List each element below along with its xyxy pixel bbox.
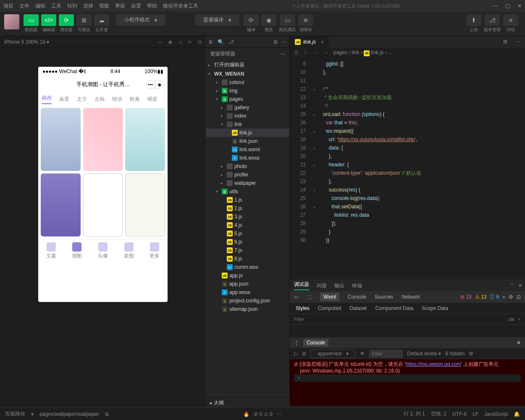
detail-button[interactable]: ≡详情	[503, 14, 518, 33]
compile-button[interactable]: ⟳编译	[244, 14, 259, 33]
grid-item[interactable]	[41, 173, 81, 236]
tree-item[interactable]: JS2.js	[206, 204, 289, 213]
gear-icon[interactable]: ⚙	[509, 294, 513, 300]
category-tab[interactable]: 插画	[42, 94, 52, 104]
tree-item[interactable]: ▸▦img	[206, 87, 289, 95]
tree-item[interactable]: ▸index	[206, 112, 289, 120]
menu-item[interactable]: 设置	[131, 3, 141, 10]
menu-item[interactable]: 编辑	[35, 3, 45, 10]
devtools-tab[interactable]: 终端	[352, 282, 362, 289]
bottom-nav-item[interactable]: 套图	[124, 242, 134, 260]
cls-toggle[interactable]: .cls	[507, 317, 514, 322]
tree-item[interactable]: <>comm.wxs	[206, 263, 289, 271]
add-icon[interactable]: +	[518, 316, 521, 322]
grid-item[interactable]	[83, 108, 123, 171]
file-tab[interactable]: JS link.js ×	[290, 36, 329, 48]
hot-reload-icon[interactable]: 🔥	[243, 411, 249, 417]
tree-item[interactable]: ▸colorui	[206, 78, 289, 87]
device-icon[interactable]: ▭	[158, 39, 162, 45]
tree-item[interactable]: ▸wallpaper	[206, 179, 289, 187]
devtools-tab[interactable]: 调试器	[294, 281, 309, 290]
close-tab-icon[interactable]: ×	[321, 39, 324, 45]
devtools-panel-tab[interactable]: Console	[348, 294, 366, 300]
mute-icon[interactable]: ◁	[178, 39, 182, 45]
menu-item[interactable]: 选择	[83, 3, 93, 10]
bottom-nav-item[interactable]: 文案	[46, 242, 56, 260]
devtools-panel-tab[interactable]: Sources	[375, 294, 393, 300]
tree-item[interactable]: ▸gallery	[206, 103, 289, 112]
tree-item[interactable]: JSlink.js	[206, 129, 289, 137]
files-icon[interactable]: 🗎	[208, 39, 213, 45]
bottom-nav-item[interactable]: 更多	[150, 242, 160, 260]
styles-tab[interactable]: Scope Data	[422, 305, 448, 311]
tree-item[interactable]: {}sitemap.json	[206, 305, 289, 313]
popout-icon[interactable]: ⧉	[198, 39, 202, 45]
close-icon[interactable]: ✕	[518, 283, 522, 289]
devtools-tab[interactable]: 问题	[317, 282, 327, 289]
more-editor-icon[interactable]: ⋯	[512, 36, 525, 48]
clear-cache-button[interactable]: ≋清缓存	[298, 14, 313, 33]
tree-item[interactable]: {}link.json	[206, 137, 289, 145]
code-editor[interactable]: 9101112131415161718192021222324252627282…	[290, 58, 525, 280]
context-select[interactable]: appservice ▾	[310, 349, 356, 358]
menu-item[interactable]: 项目	[3, 3, 13, 10]
opened-editors[interactable]: ▸打开的编辑器	[206, 60, 289, 70]
capsule-menu-icon[interactable]: •••	[146, 80, 155, 89]
menu-item[interactable]: 工具	[51, 3, 61, 10]
grid-item[interactable]	[125, 173, 165, 236]
cut-icon[interactable]: ✂	[188, 39, 192, 45]
styles-tab[interactable]: Styles	[296, 305, 310, 311]
more-icon[interactable]: ⋮	[294, 340, 299, 346]
bottom-nav-item[interactable]: 潮图	[72, 242, 82, 260]
eye-icon[interactable]: 👁	[360, 351, 365, 357]
tree-item[interactable]: ▸photo	[206, 162, 289, 171]
split-icon[interactable]: ⊞	[273, 39, 278, 45]
record-icon[interactable]: ◉	[168, 39, 172, 45]
menu-item[interactable]: 帮助	[147, 3, 157, 10]
gear-icon[interactable]: ⚙	[469, 351, 473, 357]
mode-select[interactable]: 小程序模式▾	[116, 14, 165, 26]
tree-item[interactable]: {}project.config.json	[206, 297, 289, 305]
list-icon[interactable]: ☰	[294, 50, 299, 56]
more-icon[interactable]: »	[502, 294, 505, 300]
menu-item[interactable]: 微信开发者工具	[163, 3, 198, 10]
tree-item[interactable]: JS4.js	[206, 221, 289, 229]
filter-input[interactable]	[294, 317, 505, 322]
category-tab[interactable]: 风景	[59, 96, 69, 103]
more-icon[interactable]: ⋯	[280, 51, 285, 57]
visual-button[interactable]: ⊞可视化	[76, 14, 92, 33]
more-icon[interactable]: ⋯	[277, 411, 282, 417]
tree-item[interactable]: {}app.json	[206, 280, 289, 288]
category-tab[interactable]: 古风	[94, 96, 105, 103]
grid-item[interactable]	[125, 108, 165, 171]
category-tab[interactable]: 欧美	[130, 96, 140, 103]
category-tab[interactable]: 明星	[147, 96, 158, 103]
inspect-icon[interactable]: ⬚	[307, 294, 312, 300]
avatar[interactable]	[4, 14, 19, 29]
bottom-nav-item[interactable]: 头像	[98, 242, 108, 260]
play-icon[interactable]: ▷	[294, 351, 298, 357]
editor-button[interactable]: </>编辑器	[41, 14, 56, 33]
compile-mode-select[interactable]: 普通编译▾	[195, 14, 239, 26]
devtools-tab[interactable]: 输出	[334, 282, 344, 289]
split-editor-icon[interactable]: ⊞	[499, 36, 512, 48]
tree-item[interactable]: ▾▦pages	[206, 95, 289, 103]
project-root[interactable]: ▾WX_WENAN	[206, 70, 289, 78]
debugger-button[interactable]: ⟳调试器	[59, 14, 74, 33]
grid-item[interactable]	[83, 173, 123, 236]
tree-item[interactable]: JS6.js	[206, 238, 289, 246]
simulator-button[interactable]: ▭模拟器	[24, 14, 39, 33]
grid-item[interactable]	[41, 108, 81, 171]
preview-button[interactable]: ◉预览	[261, 14, 276, 33]
category-tab[interactable]: 文字	[77, 96, 87, 103]
styles-tab[interactable]: Computed	[318, 305, 341, 311]
close-icon[interactable]: ✕	[517, 340, 521, 346]
phone-icon[interactable]: ▭	[294, 294, 299, 300]
tree-item[interactable]: <>link.wxml	[206, 145, 289, 154]
chevron-up-icon[interactable]: ⌃	[510, 283, 514, 289]
category-tab[interactable]: 情侣	[112, 96, 122, 103]
forward-icon[interactable]: →	[323, 50, 328, 56]
tree-item[interactable]: JS5.js	[206, 229, 289, 238]
upload-button[interactable]: ⬆上传	[466, 14, 481, 33]
branch-icon[interactable]: ⎇	[228, 39, 234, 45]
